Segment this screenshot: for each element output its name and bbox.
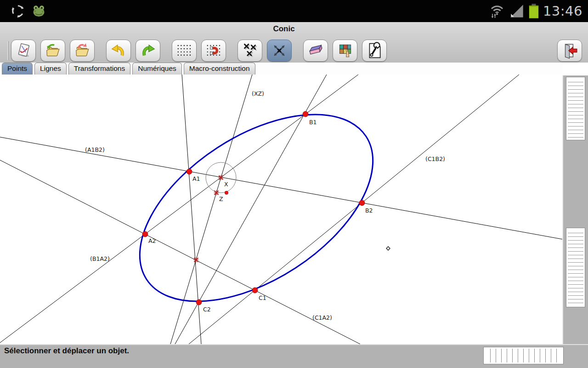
- horizontal-scrollbar[interactable]: [483, 347, 564, 364]
- tab-bar: PointsLignesTransformationsNumériquesMac…: [0, 63, 562, 75]
- line-label-B1A2: (B1A2): [90, 255, 110, 262]
- point-marker[interactable]: [194, 258, 199, 263]
- point-C1[interactable]: [252, 288, 258, 293]
- point-X[interactable]: [219, 175, 224, 180]
- redo-arrow-icon: [139, 42, 157, 59]
- point-tool-button[interactable]: [237, 40, 262, 62]
- exit-button[interactable]: [557, 40, 582, 62]
- line-C1B2[interactable]: [189, 75, 519, 344]
- line-label-C1B2: (C1B2): [425, 155, 445, 162]
- point-label-B1: B1: [309, 119, 317, 126]
- open-file-button[interactable]: [40, 40, 65, 62]
- move-arrows-icon: [271, 42, 288, 59]
- point-A2[interactable]: [142, 231, 148, 237]
- line-label-XZ: (XZ): [252, 90, 264, 97]
- android-status-bar: 13:46: [0, 0, 588, 22]
- point-label-Z: Z: [219, 196, 223, 202]
- app-chrome: Conic: [0, 22, 588, 63]
- new-document-icon: [15, 42, 32, 59]
- show-grid-button[interactable]: [172, 40, 197, 62]
- point-C2[interactable]: [196, 299, 202, 305]
- point-label-C1: C1: [259, 294, 266, 301]
- wifi-icon: [488, 3, 506, 19]
- line-XZ[interactable]: [170, 75, 252, 344]
- diamond-marker[interactable]: [386, 247, 390, 250]
- system-status-icons: 13:46: [488, 3, 582, 19]
- magnet-grid-icon: [205, 42, 222, 59]
- status-bar: Sélectionner et déplacer un objet.: [0, 344, 588, 368]
- appearance-button[interactable]: [333, 40, 357, 62]
- point-label-A1: A1: [192, 175, 200, 182]
- scrollbar-hatch: [568, 79, 583, 138]
- signal-strength-icon: [509, 4, 525, 19]
- eraser-tool-button[interactable]: [303, 40, 328, 62]
- point-marker[interactable]: [225, 191, 228, 195]
- undo-button[interactable]: [106, 40, 131, 62]
- screen: 13:46 Conic PointsLignesTransformationsN…: [0, 0, 588, 368]
- point-label-A2: A2: [148, 237, 156, 244]
- new-document-button[interactable]: [11, 40, 36, 62]
- geometry-canvas[interactable]: (XZ)(B1A2)(A1B2)(C1B2)(C1A2)B1A1B2A2C1C2…: [0, 75, 562, 344]
- settings-button[interactable]: [362, 40, 387, 62]
- scrollbar-hatch: [568, 230, 583, 305]
- point-Z[interactable]: [214, 190, 219, 196]
- tab-transformations[interactable]: Transformations: [68, 63, 130, 75]
- redo-button[interactable]: [136, 40, 160, 62]
- point-B2[interactable]: [359, 200, 365, 206]
- status-time: 13:46: [543, 3, 582, 19]
- line-C1A2[interactable]: [0, 160, 360, 344]
- magnet-grid-button[interactable]: [201, 40, 226, 62]
- toolbar: [0, 38, 588, 63]
- open-folder-icon: [44, 42, 62, 59]
- vertical-scrollbar-track[interactable]: [562, 75, 588, 344]
- undo-arrow-icon: [110, 42, 127, 59]
- status-message: Sélectionner et déplacer un objet.: [4, 346, 129, 356]
- eraser-icon: [307, 42, 324, 59]
- save-folder-icon: [74, 42, 91, 59]
- tab-macro-construction[interactable]: Macro-construction: [184, 63, 255, 75]
- line-label-C1A2: (C1A2): [312, 314, 332, 321]
- battery-icon: [528, 3, 539, 19]
- line-label-A1B2: (A1B2): [85, 146, 105, 153]
- tab-lignes[interactable]: Lignes: [34, 63, 67, 75]
- point-label-X: X: [224, 181, 228, 188]
- point-label-B2: B2: [365, 207, 373, 214]
- construction-drawing[interactable]: (XZ)(B1A2)(A1B2)(C1B2)(C1A2)B1A1B2A2C1C2…: [0, 75, 562, 344]
- grid-dots-icon: [175, 42, 193, 59]
- conic-ellipse[interactable]: [107, 76, 405, 339]
- frog-icon: [31, 4, 46, 19]
- vertical-scrollbar-thumb[interactable]: [566, 77, 585, 140]
- tab-points[interactable]: Points: [2, 63, 33, 75]
- wrench-icon: [366, 42, 383, 59]
- point-label-C2: C2: [203, 306, 211, 313]
- color-palette-icon: [336, 42, 354, 59]
- toolbar-drag-handle[interactable]: [7, 41, 9, 60]
- point-A1[interactable]: [187, 169, 192, 174]
- exit-door-icon: [561, 42, 578, 59]
- notification-icons: [6, 3, 46, 19]
- title-row: Conic: [0, 22, 588, 38]
- recycle-icon: [10, 3, 26, 19]
- save-file-button[interactable]: [70, 40, 95, 62]
- points-icon: [241, 42, 259, 59]
- scrollbar-hatch: [485, 349, 562, 362]
- tab-num-riques[interactable]: Numériques: [132, 63, 182, 75]
- line-A1B2[interactable]: [0, 137, 562, 239]
- window-title: Conic: [273, 24, 294, 34]
- move-tool-button[interactable]: [267, 40, 292, 62]
- point-B1[interactable]: [303, 111, 308, 117]
- vertical-scrollbar-thumb[interactable]: [566, 228, 585, 307]
